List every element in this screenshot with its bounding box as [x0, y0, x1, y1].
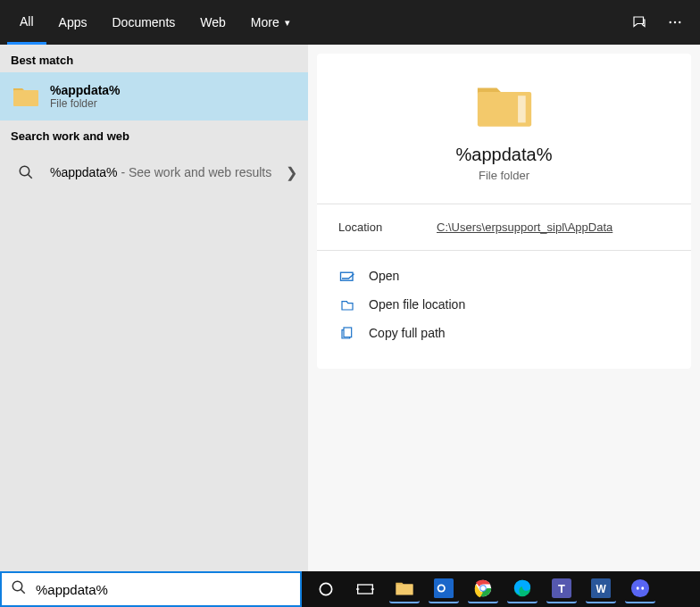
- results-pane: Best match %appdata% File folder Search …: [0, 45, 308, 571]
- web-result[interactable]: %appdata% - See work and web results ❯: [0, 148, 308, 196]
- location-link[interactable]: C:\Users\erpsupport_sipl\AppData: [437, 220, 612, 234]
- svg-point-19: [439, 586, 445, 591]
- tab-documents[interactable]: Documents: [99, 0, 188, 45]
- action-open-location[interactable]: Open file location: [331, 290, 677, 319]
- search-body: Best match %appdata% File folder Search …: [0, 45, 700, 571]
- preview-title: %appdata%: [456, 145, 553, 165]
- preview-header: %appdata% File folder: [317, 54, 691, 204]
- discord-icon: [630, 578, 650, 598]
- taskbar-discord[interactable]: [625, 575, 655, 603]
- taskbar-chrome[interactable]: [468, 575, 498, 603]
- feedback-button[interactable]: [621, 0, 657, 45]
- taskbar-teams[interactable]: T: [546, 575, 577, 603]
- tab-web[interactable]: Web: [188, 0, 238, 45]
- result-text: %appdata% File folder: [50, 83, 121, 110]
- tab-web-label: Web: [200, 15, 226, 29]
- web-result-query: %appdata%: [50, 165, 118, 179]
- action-open-location-label: Open file location: [369, 297, 465, 312]
- svg-point-12: [320, 583, 331, 595]
- best-match-result[interactable]: %appdata% File folder: [0, 72, 308, 121]
- taskbar-taskview[interactable]: [350, 575, 380, 603]
- chevron-right-icon: ❯: [286, 164, 297, 181]
- section-search-web: Search work and web: [0, 121, 308, 148]
- svg-point-10: [12, 581, 22, 591]
- svg-point-4: [20, 166, 29, 176]
- web-result-suffix: - See work and web results: [118, 165, 272, 179]
- folder-large-icon: [474, 80, 535, 130]
- tab-apps[interactable]: Apps: [46, 0, 100, 45]
- ellipsis-icon: [667, 14, 683, 30]
- tab-documents-label: Documents: [112, 15, 175, 29]
- open-location-icon: [338, 297, 356, 312]
- svg-point-29: [637, 586, 639, 590]
- action-open[interactable]: Open: [331, 262, 677, 290]
- taskbar-cortana[interactable]: [311, 575, 341, 603]
- preview-pane: %appdata% File folder Location C:\Users\…: [308, 45, 700, 571]
- taskbar-outlook[interactable]: [429, 575, 459, 603]
- chevron-down-icon: ▾: [285, 17, 290, 29]
- svg-point-28: [631, 579, 649, 597]
- taskview-icon: [356, 582, 374, 596]
- folder-icon: [11, 81, 41, 112]
- svg-line-11: [21, 589, 25, 594]
- taskbar-word[interactable]: W: [586, 575, 616, 603]
- feedback-icon: [631, 14, 647, 30]
- tab-more-label: More: [251, 15, 279, 29]
- search-input[interactable]: [36, 582, 291, 597]
- search-icon: [11, 579, 27, 599]
- action-copy-path[interactable]: Copy full path: [331, 319, 677, 347]
- preview-actions: Open Open file location Copy full path: [317, 251, 691, 358]
- action-open-label: Open: [369, 269, 399, 283]
- outlook-icon: [434, 578, 454, 598]
- more-options-button[interactable]: [657, 0, 693, 45]
- tab-apps-label: Apps: [59, 15, 88, 29]
- cortana-icon: [317, 580, 335, 598]
- svg-rect-13: [358, 585, 373, 594]
- svg-point-2: [679, 21, 680, 23]
- result-subtitle: File folder: [50, 97, 121, 110]
- svg-point-1: [674, 21, 676, 23]
- preview-card: %appdata% File folder Location C:\Users\…: [317, 54, 691, 369]
- tab-all[interactable]: All: [7, 0, 46, 45]
- word-icon: W: [591, 578, 611, 598]
- location-label: Location: [338, 220, 437, 234]
- action-copy-path-label: Copy full path: [369, 326, 446, 340]
- explorer-icon: [395, 580, 414, 596]
- svg-rect-16: [396, 584, 412, 595]
- taskbar-edge[interactable]: [507, 575, 538, 603]
- svg-point-30: [641, 586, 644, 590]
- search-icon: [11, 157, 41, 187]
- result-title: %appdata%: [50, 83, 121, 97]
- edge-icon: [512, 578, 532, 598]
- open-icon: [338, 269, 356, 283]
- svg-text:W: W: [596, 583, 606, 595]
- teams-icon: T: [552, 578, 571, 598]
- preview-subtitle: File folder: [479, 169, 529, 182]
- svg-text:T: T: [558, 582, 565, 595]
- tab-more[interactable]: More▾: [238, 0, 303, 45]
- web-result-text: %appdata% - See work and web results: [50, 165, 271, 179]
- svg-line-5: [28, 174, 32, 179]
- search-box[interactable]: [0, 571, 302, 607]
- preview-meta: Location C:\Users\erpsupport_sipl\AppDat…: [317, 204, 691, 251]
- svg-point-0: [670, 21, 671, 23]
- section-best-match: Best match: [0, 45, 308, 72]
- svg-rect-9: [344, 328, 352, 337]
- tab-all-label: All: [20, 14, 34, 29]
- taskbar-explorer[interactable]: [389, 575, 420, 603]
- svg-rect-3: [13, 90, 38, 106]
- svg-point-22: [480, 586, 486, 591]
- chrome-icon: [473, 578, 493, 598]
- copy-icon: [338, 326, 356, 340]
- svg-rect-7: [518, 96, 526, 122]
- search-tabstrip: All Apps Documents Web More▾: [0, 0, 700, 45]
- taskbar: T W: [302, 571, 700, 607]
